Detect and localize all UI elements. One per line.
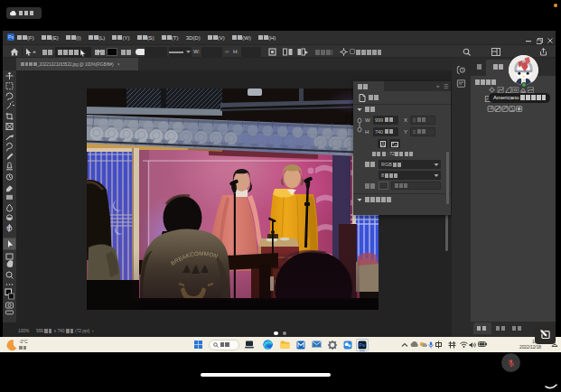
svg-text:Ps: Ps: [360, 342, 366, 348]
svg-text:T: T: [6, 225, 12, 234]
